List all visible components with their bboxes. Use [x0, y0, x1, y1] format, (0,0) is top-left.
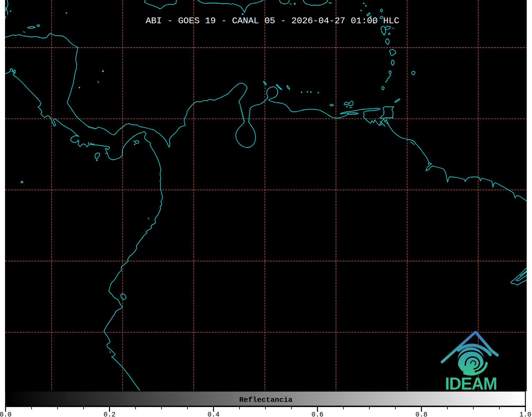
svg-text:0.2: 0.2: [103, 411, 115, 417]
svg-text:ABI - GOES 19 - CANAL 05 - 202: ABI - GOES 19 - CANAL 05 - 2026-04-27 01…: [146, 16, 399, 26]
svg-text:1.0: 1.0: [519, 411, 531, 417]
svg-text:0.6: 0.6: [311, 411, 323, 417]
svg-text:0.4: 0.4: [207, 411, 219, 417]
svg-text:0.0: 0.0: [0, 411, 12, 417]
svg-text:0.8: 0.8: [415, 411, 427, 417]
svg-text:Reflectancia: Reflectancia: [239, 396, 293, 404]
svg-text:IDEAM: IDEAM: [445, 374, 497, 393]
